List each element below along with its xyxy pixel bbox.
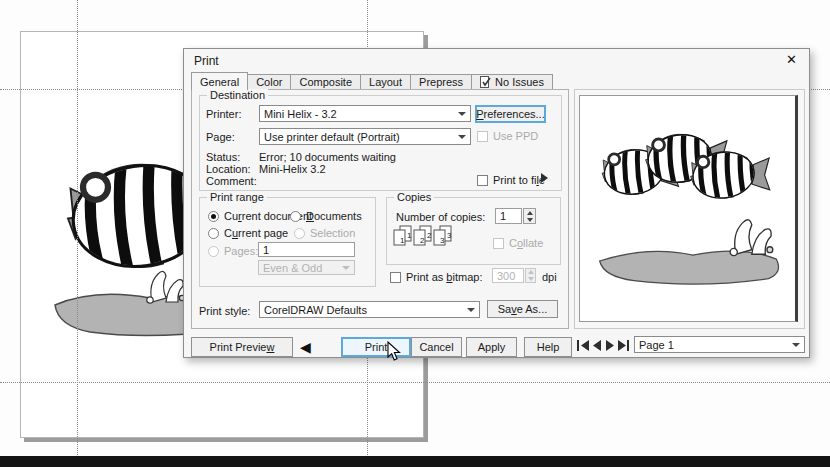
previous-page-icon — [593, 340, 601, 351]
location-value: Mini-Helix 3.2 — [259, 163, 326, 175]
dpi-unit-label: dpi — [542, 271, 557, 283]
preview-pane — [574, 89, 805, 329]
collate-label: Collate — [509, 237, 543, 249]
checkbox-box — [477, 175, 488, 186]
help-button[interactable]: Help — [524, 337, 572, 357]
tab-bar: General Color Composite Layout Prepress … — [191, 72, 553, 90]
collapse-preview-icon[interactable]: ◀ — [300, 339, 311, 355]
even-odd-select: Even & Odd — [258, 260, 355, 275]
stepper-down-icon — [526, 276, 535, 283]
tab-prepress[interactable]: Prepress — [411, 74, 472, 90]
status-label: Status: — [206, 151, 240, 163]
dropdown-arrow-icon — [458, 135, 466, 139]
flyout-arrow-icon[interactable] — [541, 173, 548, 183]
last-page-icon — [627, 340, 629, 351]
print-as-bitmap-label: Print as bitmap: — [406, 271, 482, 283]
print-style-select[interactable]: CorelDRAW Defaults — [259, 301, 480, 318]
tab-no-issues[interactable]: No Issues — [472, 74, 553, 90]
group-legend: Destination — [207, 89, 268, 101]
last-page-icon — [618, 340, 626, 351]
radio-documents[interactable]: Documents — [290, 210, 362, 222]
copies-stepper[interactable] — [523, 208, 536, 224]
collate-checkbox: Collate — [493, 237, 543, 249]
printer-label: Printer: — [206, 108, 241, 120]
stepper-up-icon[interactable] — [524, 209, 535, 216]
status-value: Error; 10 documents waiting — [259, 151, 396, 163]
tab-label: General — [200, 76, 239, 88]
checkbox-box — [493, 238, 504, 249]
radio-selection: Selection — [294, 227, 355, 239]
page-selector-value: Page 1 — [635, 339, 792, 351]
copies-input[interactable]: 1 — [495, 208, 522, 224]
coreldraw-workspace: Print ✕ General Color Composite Layout P… — [0, 0, 830, 467]
radio-label: Pages: — [224, 245, 258, 257]
tab-label: Composite — [299, 76, 352, 88]
even-odd-value: Even & Odd — [259, 262, 342, 274]
print-style-value: CorelDRAW Defaults — [260, 304, 467, 316]
printer-select[interactable]: Mini Helix - 3.2 — [259, 105, 471, 122]
svg-text:3: 3 — [447, 231, 452, 240]
dpi-stepper — [525, 268, 536, 283]
stepper-down-icon[interactable] — [524, 216, 535, 223]
dropdown-arrow-icon — [792, 343, 800, 347]
group-legend: Print range — [207, 191, 267, 203]
cancel-button[interactable]: Cancel — [411, 337, 462, 357]
print-preview-button[interactable]: Print Preview — [191, 337, 293, 357]
page-orientation-value: Use printer default (Portrait) — [260, 131, 458, 143]
tab-label: Prepress — [419, 76, 463, 88]
preview-page — [579, 95, 798, 322]
svg-text:2: 2 — [420, 236, 425, 245]
tab-layout[interactable]: Layout — [361, 74, 411, 90]
radio-dot — [208, 211, 219, 222]
page-orientation-select[interactable]: Use printer default (Portrait) — [259, 128, 471, 145]
dialog-title: Print — [194, 54, 219, 68]
mouse-cursor — [387, 341, 402, 362]
page-selector[interactable]: Page 1 — [634, 336, 805, 353]
tab-color[interactable]: Color — [248, 74, 291, 90]
tab-label: Color — [256, 76, 282, 88]
print-to-file-checkbox[interactable]: Print to file — [477, 174, 545, 186]
issues-check-icon — [480, 76, 491, 88]
dropdown-arrow-icon — [467, 308, 475, 312]
checkbox-box — [390, 272, 401, 283]
radio-dot — [294, 228, 305, 239]
print-as-bitmap-checkbox[interactable]: Print as bitmap: — [390, 271, 482, 283]
dropdown-arrow-icon — [342, 266, 350, 270]
preferences-button[interactable]: Preferences... — [475, 105, 546, 123]
print-style-label: Print style: — [199, 305, 250, 317]
pages-value: 1 — [263, 244, 269, 256]
save-as-button[interactable]: Save As... — [487, 300, 558, 318]
tab-general[interactable]: General — [191, 72, 248, 90]
letterbox-bar — [0, 456, 830, 467]
copies-value: 1 — [500, 210, 506, 222]
svg-text:3: 3 — [440, 236, 445, 245]
tab-label: Layout — [369, 76, 402, 88]
page-nav-icons[interactable] — [576, 339, 630, 352]
printer-value: Mini Helix - 3.2 — [260, 108, 458, 120]
guideline-vertical-left — [77, 0, 78, 467]
use-ppd-label: Use PPD — [493, 130, 538, 142]
location-label: Location: — [206, 163, 251, 175]
use-ppd-checkbox: Use PPD — [477, 130, 538, 142]
pages-input[interactable]: 1 — [258, 242, 355, 257]
number-of-copies-label: Number of copies: — [396, 211, 485, 223]
svg-text:2: 2 — [427, 231, 432, 240]
radio-label: Current page — [224, 227, 288, 239]
checkbox-box — [477, 131, 488, 142]
next-page-icon — [606, 340, 614, 351]
tab-composite[interactable]: Composite — [291, 74, 361, 90]
radio-dot — [290, 211, 301, 222]
page-label: Page: — [206, 131, 235, 143]
svg-text:1: 1 — [407, 231, 412, 240]
radio-current-page[interactable]: Current page — [208, 227, 288, 239]
tab-label: No Issues — [495, 76, 544, 88]
radio-dot — [208, 228, 219, 239]
close-icon[interactable]: ✕ — [786, 52, 797, 67]
preview-artwork — [580, 96, 795, 319]
dpi-value: 300 — [497, 270, 515, 282]
radio-label: Documents — [306, 210, 362, 222]
guideline-horizontal-bottom — [0, 382, 830, 383]
radio-label: Selection — [310, 227, 355, 239]
group-legend: Copies — [394, 191, 434, 203]
apply-button[interactable]: Apply — [466, 337, 517, 357]
